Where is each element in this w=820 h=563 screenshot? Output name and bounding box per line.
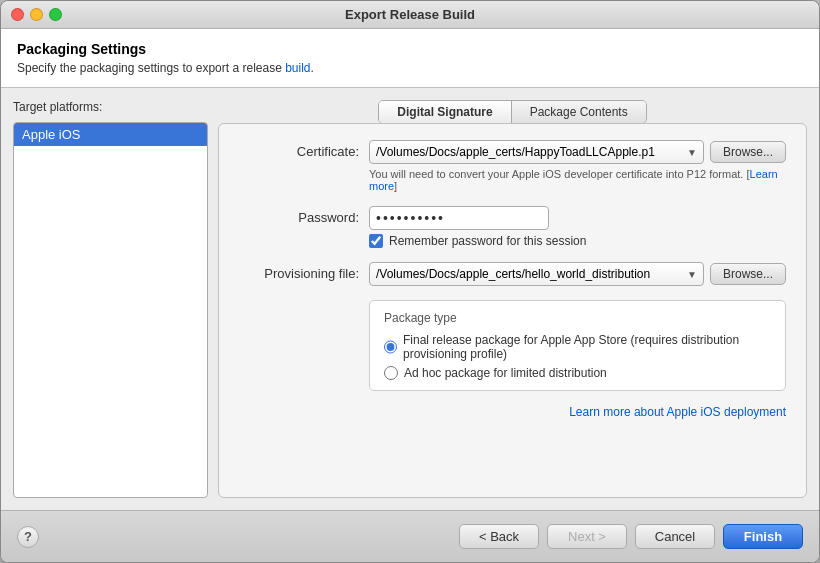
certificate-label: Certificate: (239, 140, 359, 159)
certificate-browse-button[interactable]: Browse... (710, 141, 786, 163)
remember-password-label: Remember password for this session (389, 234, 586, 248)
radio-ad-hoc-input[interactable] (384, 366, 398, 380)
content-box: Certificate: /Volumes/Docs/apple_certs/H… (218, 123, 807, 498)
certificate-dropdown[interactable]: /Volumes/Docs/apple_certs/HappyToadLLCAp… (369, 140, 704, 164)
platform-list: Apple iOS (13, 122, 208, 498)
provisioning-file-control-group: /Volumes/Docs/apple_certs/hello_world_di… (369, 262, 786, 286)
window-title: Export Release Build (345, 7, 475, 22)
titlebar: Export Release Build (1, 1, 819, 29)
radio-final-release: Final release package for Apple App Stor… (384, 333, 771, 361)
provisioning-value: /Volumes/Docs/apple_certs/hello_world_di… (376, 267, 650, 281)
package-type-row: Package type Final release package for A… (239, 300, 786, 391)
provisioning-browse-button[interactable]: Browse... (710, 263, 786, 285)
package-type-title: Package type (384, 311, 771, 325)
help-button[interactable]: ? (17, 526, 39, 548)
password-control-group: Remember password for this session (369, 206, 786, 248)
target-platforms-label: Target platforms: (13, 100, 208, 114)
provisioning-dropdown[interactable]: /Volumes/Docs/apple_certs/hello_world_di… (369, 262, 704, 286)
provisioning-file-label: Provisioning file: (239, 262, 359, 281)
password-field[interactable] (369, 206, 549, 230)
cancel-button[interactable]: Cancel (635, 524, 715, 549)
header-description: Specify the packaging settings to export… (17, 61, 803, 75)
certificate-row: Certificate: /Volumes/Docs/apple_certs/H… (239, 140, 786, 192)
tab-digital-signature[interactable]: Digital Signature (379, 101, 511, 123)
radio-ad-hoc: Ad hoc package for limited distribution (384, 366, 771, 380)
certificate-input-group: /Volumes/Docs/apple_certs/HappyToadLLCAp… (369, 140, 786, 164)
platform-item-apple-ios[interactable]: Apple iOS (14, 123, 207, 146)
package-type-box: Package type Final release package for A… (369, 300, 786, 391)
main-content: Target platforms: Apple iOS Digital Sign… (1, 88, 819, 510)
back-button[interactable]: < Back (459, 524, 539, 549)
provisioning-dropdown-arrow: ▼ (687, 269, 697, 280)
left-panel: Target platforms: Apple iOS (13, 100, 208, 498)
certificate-hint-prefix: You will need to convert your Apple iOS … (369, 168, 750, 180)
password-row: Password: Remember password for this ses… (239, 206, 786, 248)
main-window: Export Release Build Packaging Settings … (0, 0, 820, 563)
radio-ad-hoc-label: Ad hoc package for limited distribution (404, 366, 607, 380)
remember-password-row: Remember password for this session (369, 234, 786, 248)
tab-bar: Digital Signature Package Contents (218, 100, 807, 124)
password-label: Password: (239, 206, 359, 225)
learn-more-row: Learn more about Apple iOS deployment (239, 405, 786, 419)
certificate-hint: You will need to convert your Apple iOS … (369, 168, 786, 192)
footer: ? < Back Next > Cancel Finish (1, 510, 819, 562)
header-desc-link[interactable]: build (285, 61, 310, 75)
certificate-dropdown-arrow: ▼ (687, 147, 697, 158)
radio-final-release-input[interactable] (384, 340, 397, 354)
certificate-hint-end: ] (394, 180, 397, 192)
close-button[interactable] (11, 8, 24, 21)
finish-button[interactable]: Finish (723, 524, 803, 549)
right-panel: Digital Signature Package Contents Certi… (218, 100, 807, 498)
traffic-lights (11, 8, 62, 21)
maximize-button[interactable] (49, 8, 62, 21)
provisioning-input-group: /Volumes/Docs/apple_certs/hello_world_di… (369, 262, 786, 286)
next-button[interactable]: Next > (547, 524, 627, 549)
footer-left: ? (17, 526, 459, 548)
header-section: Packaging Settings Specify the packaging… (1, 29, 819, 88)
package-type-spacer (239, 300, 359, 304)
tab-container: Digital Signature Package Contents (378, 100, 646, 124)
provisioning-file-row: Provisioning file: /Volumes/Docs/apple_c… (239, 262, 786, 286)
header-desc-suffix: . (311, 61, 314, 75)
tab-package-contents[interactable]: Package Contents (512, 101, 646, 123)
header-desc-prefix: Specify the packaging settings to export… (17, 61, 285, 75)
certificate-value: /Volumes/Docs/apple_certs/HappyToadLLCAp… (376, 145, 655, 159)
certificate-control-group: /Volumes/Docs/apple_certs/HappyToadLLCAp… (369, 140, 786, 192)
minimize-button[interactable] (30, 8, 43, 21)
remember-password-checkbox[interactable] (369, 234, 383, 248)
header-title: Packaging Settings (17, 41, 803, 57)
learn-more-ios-link[interactable]: Learn more about Apple iOS deployment (569, 405, 786, 419)
footer-buttons: < Back Next > Cancel Finish (459, 524, 803, 549)
radio-final-release-label: Final release package for Apple App Stor… (403, 333, 771, 361)
